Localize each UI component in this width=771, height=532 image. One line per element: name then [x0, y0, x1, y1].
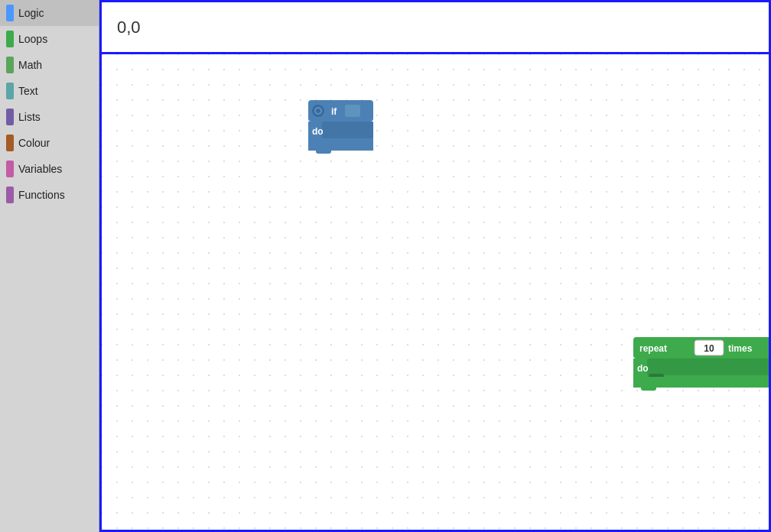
sidebar-item-loops[interactable]: Loops — [0, 26, 99, 52]
main-area: 0,0 if do — [99, 0, 771, 532]
sidebar-item-colour[interactable]: Colour — [0, 130, 99, 156]
svg-rect-19 — [647, 358, 771, 375]
svg-text:do: do — [312, 126, 324, 137]
svg-text:times: times — [728, 343, 753, 354]
lists-color-swatch — [6, 109, 14, 125]
svg-text:repeat: repeat — [639, 343, 667, 354]
workspace[interactable]: if do — [99, 52, 771, 532]
sidebar-item-math[interactable]: Math — [0, 52, 99, 78]
sidebar-item-functions[interactable]: Functions — [0, 182, 99, 208]
sidebar-label-text: Text — [18, 85, 38, 97]
sidebar-label-lists: Lists — [18, 111, 41, 123]
text-color-swatch — [6, 83, 14, 99]
sidebar-label-variables: Variables — [18, 163, 62, 175]
sidebar: LogicLoopsMathTextListsColourVariablesFu… — [0, 0, 99, 532]
repeat-block[interactable]: repeat 10 times do — [633, 337, 771, 391]
coordinates-display: 0,0 — [117, 18, 141, 37]
variables-color-swatch — [6, 161, 14, 177]
functions-color-swatch — [6, 187, 14, 203]
sidebar-label-loops: Loops — [18, 33, 47, 45]
logic-color-swatch — [6, 5, 14, 21]
sidebar-item-variables[interactable]: Variables — [0, 156, 99, 182]
sidebar-label-logic: Logic — [18, 7, 44, 19]
svg-rect-11 — [316, 146, 331, 154]
coords-bar: 0,0 — [99, 0, 771, 52]
sidebar-item-logic[interactable]: Logic — [0, 0, 99, 26]
sidebar-label-functions: Functions — [18, 189, 65, 201]
svg-rect-23 — [641, 383, 656, 391]
svg-text:do: do — [637, 363, 649, 374]
loops-color-swatch — [6, 31, 14, 47]
colour-color-swatch — [6, 135, 14, 151]
svg-rect-8 — [322, 122, 373, 138]
svg-rect-5 — [345, 105, 360, 117]
sidebar-item-lists[interactable]: Lists — [0, 104, 99, 130]
svg-text:if: if — [331, 106, 337, 117]
svg-point-3 — [316, 109, 320, 113]
sidebar-label-colour: Colour — [18, 137, 50, 149]
svg-text:10: 10 — [704, 343, 714, 354]
math-color-swatch — [6, 57, 14, 73]
svg-rect-13 — [641, 337, 656, 342]
if-block[interactable]: if do — [308, 100, 377, 154]
sidebar-label-math: Math — [18, 59, 42, 71]
sidebar-item-text[interactable]: Text — [0, 78, 99, 104]
